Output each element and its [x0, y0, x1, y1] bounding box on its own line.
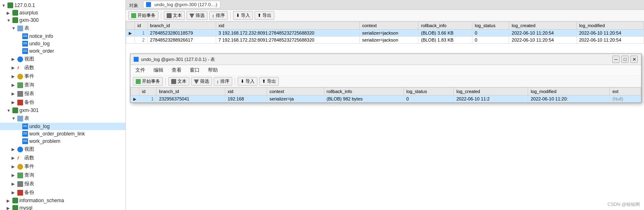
toggle-queries-gxm301[interactable]: ▶ [12, 173, 17, 177]
folder-queries-gxm301[interactable]: ▶ 查询 [0, 171, 125, 180]
menu-file[interactable]: 文件 [134, 66, 147, 74]
main-tab[interactable]: undo_log @gxm-300 (127.0....) [143, 1, 220, 8]
btn-text-main[interactable]: 文本 [164, 11, 185, 20]
menu-edit[interactable]: 编辑 [152, 66, 165, 74]
col-rollback-info[interactable]: rollback_info [418, 22, 472, 30]
table-icon-work-problem [22, 138, 28, 144]
filter-icon-float [194, 79, 199, 84]
db-information-schema[interactable]: ▶ information_schema [0, 197, 125, 204]
toggle-gxm301[interactable]: ▼ [7, 108, 12, 113]
server-label: 127.0.0.1 [14, 2, 35, 8]
db-gxm301[interactable]: ▼ gxm-301 [0, 107, 125, 114]
table-undo-log-gxm300[interactable]: undo_log [0, 40, 125, 47]
btn-transaction-float[interactable]: 开始事务 [133, 77, 163, 86]
folder-views-gxm300[interactable]: ▶ 视图 [0, 55, 125, 63]
btn-transaction-main[interactable]: 开始事务 [128, 11, 158, 20]
folder-queries-gxm300[interactable]: ▶ 查询 [0, 81, 125, 89]
folder-tables-gxm300[interactable]: ▼ 表 [0, 24, 125, 33]
toggle-tables-gxm300[interactable]: ▼ [12, 26, 17, 30]
btn-export-float[interactable]: ⬆ 导出 [259, 77, 279, 86]
btn-text-float[interactable]: 文本 [168, 77, 189, 86]
folder-views-gxm301[interactable]: ▶ 视图 [0, 145, 125, 154]
btn-sort-main-label: 排序 [216, 12, 225, 19]
toggle-reports-gxm301[interactable]: ▶ [12, 182, 17, 186]
db-gxm300[interactable]: ▼ gxm-300 [0, 16, 125, 24]
toggle-events-gxm300[interactable]: ▶ [12, 74, 17, 79]
table-label-undo-log-gxm301: undo_log [29, 124, 50, 129]
toggle-funcs-gxm301[interactable]: ▶ [12, 156, 17, 160]
float-col-log-modified[interactable]: log_modified [528, 88, 610, 96]
col-context[interactable]: context [359, 22, 418, 30]
col-id[interactable]: id [135, 22, 148, 30]
maximize-btn[interactable]: □ [621, 56, 629, 63]
folder-events-gxm301[interactable]: ▶ 事件 [0, 162, 125, 171]
menu-view[interactable]: 查看 [170, 66, 183, 74]
btn-sort-float[interactable]: ↕ 排序 [214, 77, 232, 86]
col-log-modified[interactable]: log_modified [576, 22, 644, 30]
col-log-created[interactable]: log_created [509, 22, 576, 30]
toggle-asurplus[interactable]: ▶ [7, 11, 12, 15]
btn-filter-main[interactable]: 筛选 [186, 11, 208, 20]
float-table-row[interactable]: ▶ 1 232956375041 192.168 serializer=ja (… [131, 96, 641, 103]
col-xid[interactable]: xid [216, 22, 359, 30]
menu-window[interactable]: 窗口 [188, 66, 201, 74]
db-mysql[interactable]: ▶ mysql [0, 204, 125, 210]
float-col-id[interactable]: id [139, 88, 156, 96]
folder-reports-gxm300[interactable]: ▶ 报表 [0, 89, 125, 98]
toggle-views-gxm300[interactable]: ▶ [12, 57, 17, 61]
float-col-xid[interactable]: xid [225, 88, 267, 96]
btn-import-float[interactable]: ⬇ 导入 [238, 77, 257, 86]
table-work-order-gxm300[interactable]: work_order [0, 47, 125, 55]
cell-log-status: 0 [472, 37, 509, 44]
folder-label-views-gxm300: 视图 [24, 56, 34, 63]
folder-reports-gxm301[interactable]: ▶ 报表 [0, 180, 125, 188]
float-col-log-created[interactable]: log_created [454, 88, 528, 96]
toggle-views-gxm301[interactable]: ▶ [12, 147, 17, 152]
toggle-funcs-gxm300[interactable]: ▶ [12, 65, 17, 70]
table-work-problem[interactable]: work_problem [0, 138, 125, 145]
server-node[interactable]: ▼ 127.0.0.1 [0, 2, 125, 9]
toggle-tables-gxm301[interactable]: ▼ [12, 116, 17, 121]
event-icon-gxm300 [17, 74, 23, 79]
db-asurplus[interactable]: ▶ asurplus [0, 9, 125, 16]
folder-backups-gxm300[interactable]: ▶ 备份 [0, 98, 125, 107]
folder-funcs-gxm301[interactable]: ▶ f 函数 [0, 154, 125, 162]
float-col-log-status[interactable]: log_status [403, 88, 453, 96]
toggle-reports-gxm300[interactable]: ▶ [12, 91, 17, 96]
btn-export-main[interactable]: ⬆ 导出 [255, 11, 274, 20]
table-work-order-problem-link[interactable]: work_order_problem_link [0, 130, 125, 138]
toggle-gxm300[interactable]: ▼ [7, 18, 12, 23]
float-col-rollback-info[interactable]: rollback_info [324, 88, 403, 96]
folder-tables-gxm301[interactable]: ▼ 表 [0, 114, 125, 123]
table-icon-work-order-gxm300 [22, 48, 28, 54]
folder-funcs-gxm300[interactable]: ▶ f 函数 [0, 63, 125, 72]
btn-sort-main[interactable]: ↕ 排序 [209, 11, 228, 20]
folder-backups-gxm301[interactable]: ▶ 备份 [0, 188, 125, 197]
main-table-row[interactable]: ▶ 1 27848523280118579 3 192.168.172.232:… [126, 30, 644, 37]
float-col-branch-id[interactable]: branch_id [156, 88, 225, 96]
toggle-backups-gxm300[interactable]: ▶ [12, 100, 17, 105]
toggle-server[interactable]: ▼ [2, 3, 7, 8]
col-branch-id[interactable]: branch_id [147, 22, 216, 30]
float-title-icon [134, 57, 139, 62]
btn-filter-float[interactable]: 筛选 [191, 77, 212, 86]
toggle-backups-gxm301[interactable]: ▶ [12, 190, 17, 195]
float-col-context[interactable]: context [267, 88, 324, 96]
text-icon-main [167, 13, 172, 18]
minimize-btn[interactable]: ─ [612, 56, 620, 63]
main-table: id branch_id xid context rollback_info l… [126, 21, 644, 44]
table-undo-log-gxm301[interactable]: undo_log [0, 123, 125, 130]
btn-import-main[interactable]: ⬇ 导入 [233, 11, 253, 20]
float-col-ext[interactable]: ext [610, 88, 641, 96]
close-btn[interactable]: ✕ [630, 56, 638, 63]
table-notice-info[interactable]: notice_info [0, 33, 125, 40]
folder-events-gxm300[interactable]: ▶ 事件 [0, 72, 125, 81]
col-log-status[interactable]: log_status [472, 22, 509, 30]
toggle-info-schema[interactable]: ▶ [7, 198, 12, 203]
toggle-queries-gxm300[interactable]: ▶ [12, 83, 17, 87]
toggle-events-gxm301[interactable]: ▶ [12, 164, 17, 169]
toggle-mysql[interactable]: ▶ [7, 206, 12, 210]
db-icon-gxm301 [12, 107, 18, 113]
main-table-row[interactable]: 2 27848523288926617 7 192.168.172.232:80… [126, 37, 644, 44]
menu-help[interactable]: 帮助 [206, 66, 219, 74]
